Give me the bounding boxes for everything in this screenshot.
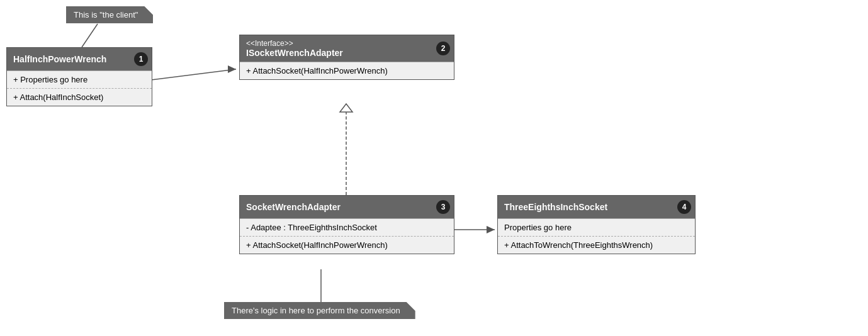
class1-number: 1 (134, 52, 148, 66)
class2-methods: + AttachSocket(HalfInchPowerWrench) (240, 62, 454, 79)
class3-header: SocketWrenchAdapter 3 (240, 196, 454, 218)
diagram-container: This is "the client" There's logic in he… (0, 0, 868, 336)
note1: This is "the client" (66, 6, 153, 23)
class-socketwrenchadapter: SocketWrenchAdapter 3 - Adaptee : ThreeE… (239, 195, 454, 254)
class4-methods: + AttachToWrench(ThreeEighthsWrench) (498, 236, 695, 254)
note1-text: This is "the client" (74, 10, 138, 20)
class2-name: ISocketWrenchAdapter (246, 48, 343, 58)
class3-name: SocketWrenchAdapter (246, 202, 341, 212)
svg-line-0 (82, 24, 98, 47)
svg-marker-2 (228, 65, 236, 73)
class1-properties: + Properties go here (7, 70, 152, 88)
class4-number: 4 (677, 200, 691, 214)
class4-properties: Properties go here (498, 218, 695, 236)
class3-number: 3 (436, 200, 450, 214)
class-threeeighthsinchsocket: ThreeEighthsInchSocket 4 Properties go h… (497, 195, 696, 254)
class-isocketwrenchadapter: <<Interface>> ISocketWrenchAdapter 2 + A… (239, 35, 454, 80)
class4-header: ThreeEighthsInchSocket 4 (498, 196, 695, 218)
class1-header: HalfInchPowerWrench 1 (7, 48, 152, 70)
class1-methods: + Attach(HalfInchSocket) (7, 88, 152, 106)
svg-line-1 (151, 69, 236, 80)
class-halfinchpowerwrench: HalfInchPowerWrench 1 + Properties go he… (6, 47, 152, 106)
class4-name: ThreeEighthsInchSocket (504, 202, 607, 212)
class2-header: <<Interface>> ISocketWrenchAdapter 2 (240, 35, 454, 62)
class1-name: HalfInchPowerWrench (13, 54, 106, 64)
class3-methods: + AttachSocket(HalfInchPowerWrench) (240, 236, 454, 254)
class2-number: 2 (436, 42, 450, 55)
svg-marker-4 (340, 104, 352, 112)
class2-stereotype: <<Interface>> (246, 39, 293, 48)
svg-marker-6 (487, 226, 495, 233)
class3-properties: - Adaptee : ThreeEighthsInchSocket (240, 218, 454, 236)
note2-text: There's logic in here to perform the con… (232, 306, 400, 315)
note2: There's logic in here to perform the con… (224, 302, 415, 319)
